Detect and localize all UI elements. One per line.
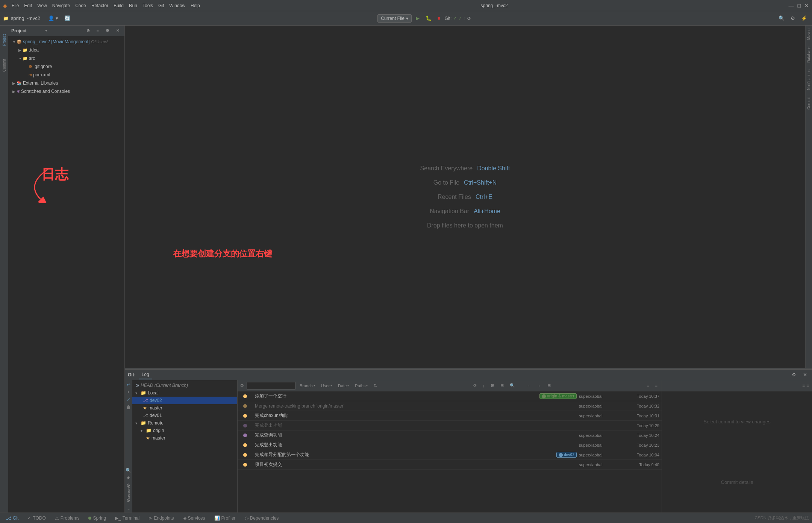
menu-view[interactable]: View xyxy=(37,3,47,8)
status-tab-services[interactable]: ◈ Services xyxy=(180,515,208,521)
project-collapse-button[interactable]: ≡ xyxy=(95,28,101,34)
git-next-commit[interactable]: → xyxy=(535,383,543,389)
menu-git[interactable]: Git xyxy=(158,3,164,8)
project-settings-button[interactable]: ⚙ xyxy=(104,27,111,34)
git-date-filter[interactable]: Date ▾ xyxy=(336,383,351,389)
tree-item-pom[interactable]: m pom.xml xyxy=(8,71,124,79)
git-user-filter[interactable]: User ▾ xyxy=(319,383,334,389)
git-search-log-button[interactable]: 🔍 xyxy=(508,382,517,389)
account-button[interactable]: 👤 ▾ xyxy=(46,15,60,22)
search-everywhere-button[interactable]: 🔍 xyxy=(777,15,786,22)
branch-dev01[interactable]: ⎇ dev01 xyxy=(132,412,237,419)
git-sort-button[interactable]: ⇅ xyxy=(372,382,379,389)
bookmark-star[interactable]: ★ xyxy=(126,475,132,481)
git-tab-log[interactable]: Log xyxy=(139,370,152,379)
git-split-button[interactable]: ⊟ xyxy=(545,382,553,389)
status-tab-endpoints[interactable]: ⊳ Endpoints xyxy=(145,515,177,521)
power-button[interactable]: ⚡ xyxy=(799,15,809,22)
sidebar-commit-right[interactable]: Commit xyxy=(806,94,812,112)
menu-build[interactable]: Build xyxy=(114,3,124,8)
status-tab-todo[interactable]: ✓ TODO xyxy=(24,515,48,521)
git-arrange-icon[interactable]: ≡ xyxy=(802,383,805,388)
git-collapse-button[interactable]: ⊟ xyxy=(498,382,506,389)
git-refresh-button[interactable]: ⟳ xyxy=(471,382,479,389)
project-dropdown-arrow[interactable]: ▾ xyxy=(45,28,47,33)
menu-code[interactable]: Code xyxy=(75,3,86,8)
branch-local-group[interactable]: ▾ 📁 Local xyxy=(132,389,237,397)
debug-button[interactable]: 🐛 xyxy=(424,15,433,22)
todo-label: TODO xyxy=(33,515,45,521)
bookmark-refresh[interactable]: ↩ xyxy=(126,382,132,388)
menu-file[interactable]: File xyxy=(12,3,19,8)
bookmark-search[interactable]: 🔍 xyxy=(126,467,132,473)
git-expand-button[interactable]: ⊞ xyxy=(489,382,496,389)
menu-run[interactable]: Run xyxy=(129,3,137,8)
settings-button[interactable]: ⚙ xyxy=(789,15,797,22)
run-button[interactable]: ▶ xyxy=(414,15,421,22)
status-tab-git[interactable]: ⎇ Git xyxy=(3,515,21,521)
git-fetch-button[interactable]: ↓ xyxy=(481,383,487,389)
bookmark-add[interactable]: + xyxy=(126,389,132,395)
bookmark-structure[interactable]: Structure xyxy=(126,490,132,496)
vcs-update-button[interactable]: 🔄 xyxy=(62,15,72,22)
tree-item-src[interactable]: ▾ 📁 src xyxy=(8,54,124,62)
menu-help[interactable]: Help xyxy=(191,3,200,8)
branch-origin-group[interactable]: ▾ 📁 origin xyxy=(132,427,237,434)
status-tab-dependencies[interactable]: ◎ Dependencies xyxy=(242,515,282,521)
menu-navigate[interactable]: Navigate xyxy=(52,3,70,8)
bookmark-check[interactable]: ✓ xyxy=(126,397,132,403)
bookmark-more[interactable]: … xyxy=(126,505,132,511)
hint-label-3: Recent Files xyxy=(438,194,471,200)
branch-head[interactable]: ⊙ HEAD (Current Branch) xyxy=(132,382,237,389)
branch-master-remote[interactable]: ★ master xyxy=(132,434,237,442)
status-tab-terminal[interactable]: ▶_ Terminal xyxy=(112,515,142,521)
menu-tools[interactable]: Tools xyxy=(142,3,153,8)
commit-row-0[interactable]: 添加了一个空行 ⬤ origin & master superxiaobai T… xyxy=(238,391,662,401)
commit-row-7[interactable]: 项目初次提交 superxiaobai Today 9:40 xyxy=(238,460,662,470)
menu-window[interactable]: Window xyxy=(169,3,185,8)
status-tab-profiler[interactable]: 📊 Profiler xyxy=(211,515,239,521)
minimize-button[interactable]: — xyxy=(789,3,794,9)
tree-item-gitignore[interactable]: ⚙ .gitignore xyxy=(8,62,124,71)
project-locate-button[interactable]: ⊕ xyxy=(85,27,92,34)
commit-row-6[interactable]: 完成领导分配的第一个功能 ⬤ dev02 superxiaobai Today … xyxy=(238,450,662,460)
sidebar-tab-project[interactable]: Project xyxy=(1,29,8,51)
menu-refactor[interactable]: Refactor xyxy=(91,3,108,8)
bookmark-delete[interactable]: 🗑 xyxy=(126,404,132,410)
git-arrange-icon2[interactable]: ≡ xyxy=(806,383,809,388)
sidebar-notifications[interactable]: Notifications xyxy=(806,67,812,93)
sidebar-tab-commit[interactable]: Commit xyxy=(1,54,8,77)
git-arrange-right[interactable]: ≡ xyxy=(653,383,659,389)
commit-row-2[interactable]: 完成chaxun功能 superxiaobai Today 10:31 xyxy=(238,411,662,421)
sidebar-database[interactable]: Database xyxy=(806,44,812,66)
project-close-button[interactable]: ✕ xyxy=(114,27,121,34)
current-file-dropdown[interactable]: Current File ▾ xyxy=(377,14,412,23)
branch-master-local[interactable]: ★ master xyxy=(132,404,237,412)
sidebar-maven[interactable]: Maven xyxy=(806,26,812,43)
commit-row-1[interactable]: Merge remote-tracking branch 'origin/mas… xyxy=(238,401,662,411)
problems-label: Problems xyxy=(61,515,80,521)
branch-dev02[interactable]: ⎇ dev02 xyxy=(132,397,237,404)
git-paths-filter[interactable]: Paths ▾ xyxy=(353,383,370,389)
commit-row-4[interactable]: 完成查询功能 superxiaobai Today 10:24 xyxy=(238,431,662,440)
tree-item-ext-libs[interactable]: ▶ 📚 External Libraries xyxy=(8,79,124,87)
tree-item-scratches[interactable]: ▶ ✱ Scratches and Consoles xyxy=(8,87,124,96)
git-prev-commit[interactable]: ← xyxy=(525,383,533,389)
git-panel-close[interactable]: ✕ xyxy=(801,371,809,378)
tree-item-root[interactable]: ▾ 📦 spring_-mvc2 [MovieMangement] C:\Use… xyxy=(8,38,124,46)
commit-row-3[interactable]: 完成登出功能 Today 10:29 xyxy=(238,421,662,431)
git-log-settings-icon[interactable]: ⚙ xyxy=(240,383,244,388)
commit-row-5[interactable]: 完成登出功能 superxiaobai Today 10:23 xyxy=(238,440,662,450)
status-tab-problems[interactable]: ⚠ Problems xyxy=(52,515,83,521)
stop-button[interactable]: ■ xyxy=(436,15,442,22)
branch-remote-group[interactable]: ▾ 📁 Remote xyxy=(132,419,237,427)
git-branch-filter[interactable]: Branch ▾ xyxy=(298,383,317,389)
close-button[interactable]: ✕ xyxy=(804,3,809,9)
git-log-search-input[interactable] xyxy=(247,382,295,390)
maximize-button[interactable]: □ xyxy=(798,3,801,9)
tree-item-idea[interactable]: ▶ 📁 .idea xyxy=(8,46,124,54)
git-panel-settings[interactable]: ⚙ xyxy=(790,371,798,378)
menu-edit[interactable]: Edit xyxy=(24,3,32,8)
git-arrange-left[interactable]: ≡ xyxy=(645,383,651,389)
status-tab-spring[interactable]: Spring xyxy=(85,515,109,521)
